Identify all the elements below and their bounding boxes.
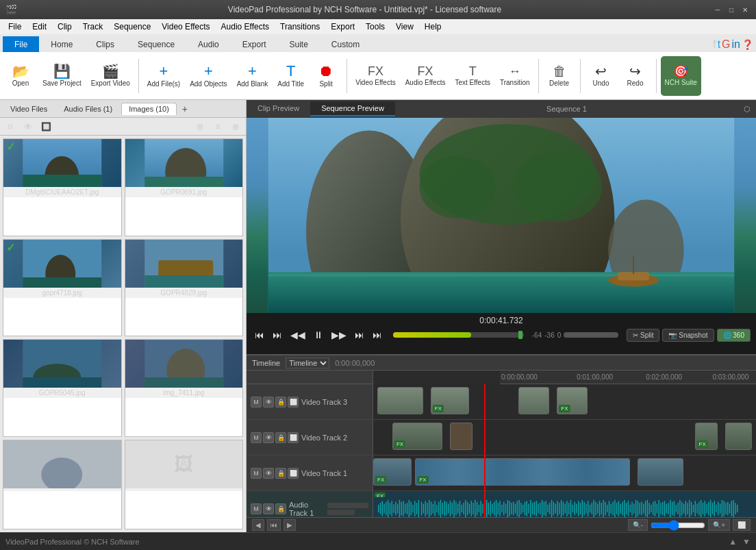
menu-track[interactable]: Track [77,21,109,33]
waveform-at1[interactable]: FX // Generate waveform bars [373,491,756,517]
thumb-item-1[interactable]: ✓ DMgt6CiUEAAO2ET.jpg [3,138,122,236]
track-lock-vt3[interactable]: 🔒 [275,397,286,408]
thumb-item-2[interactable]: GOPR0691.jpg [125,138,244,236]
minimize-button[interactable]: ─ [712,4,723,15]
close-button[interactable]: ✕ [740,4,751,15]
status-icon-2[interactable]: ▼ [742,537,751,547]
tab-clip-preview[interactable]: Clip Preview [247,101,310,116]
view-small-btn[interactable]: ⊞ [192,120,207,134]
tab-suite[interactable]: Suite [277,36,319,52]
view-detail-btn[interactable]: ≣ [228,120,243,134]
nch-suite-button[interactable]: 🎯 NCH Suite [661,56,701,96]
menu-tools[interactable]: Tools [360,21,390,33]
clip-vt2-3[interactable]: FX [695,423,718,450]
clip-vt3-2[interactable]: FX [431,387,469,414]
add-objects-button[interactable]: + Add Objects [186,56,231,96]
menu-audio-effects[interactable]: Audio Effects [216,21,275,33]
clip-vt3-3[interactable] [518,387,549,414]
track-solo-vt1[interactable]: 👁 [263,468,274,479]
split-button[interactable]: ✂ Split [627,329,659,342]
left-tool-3[interactable]: 🔲 [38,120,53,134]
track-lock-vt2[interactable]: 🔒 [275,432,286,443]
menu-transitions[interactable]: Transitions [275,21,325,33]
save-project-button[interactable]: 💾 Save Project [38,56,86,96]
thumb-item-7[interactable] [3,440,122,530]
audio-effects-button[interactable]: FX Audio Effects [401,56,450,96]
scroll-left-btn[interactable]: ◀ [252,519,264,531]
zoom-out-btn[interactable]: 🔍- [628,519,648,531]
maximize-button[interactable]: □ [726,4,737,15]
track-solo-vt3[interactable]: 👁 [263,397,274,408]
undo-button[interactable]: ↩ Undo [585,56,618,96]
delete-button[interactable]: 🗑 Delete [543,56,576,96]
add-blank-button[interactable]: + Add Blank [233,56,273,96]
status-icon-1[interactable]: ▲ [729,537,737,547]
tab-sequence[interactable]: Sequence [126,36,186,52]
clip-vt1-long[interactable]: FX [415,458,629,486]
clip-vt2-1[interactable]: FX [392,423,442,450]
tab-file[interactable]: File [3,36,39,52]
clip-vt1-1[interactable]: FX [373,458,412,486]
thumb-item-8[interactable]: 🖼 [125,440,244,530]
clip-vt1-2[interactable] [638,458,683,486]
menu-help[interactable]: Help [419,21,447,33]
track-lock-at1[interactable]: 🔒 [275,503,286,514]
clip-vt2-2[interactable] [450,423,473,450]
track-content-vt2[interactable]: FX FX [373,420,756,455]
menu-edit[interactable]: Edit [27,21,52,33]
thumb-item-5[interactable]: GOPR5045.jpg [3,339,122,437]
tab-images[interactable]: Images (10) [121,103,177,115]
timeline-dropdown[interactable]: Timeline [286,358,329,368]
track-mute-at1[interactable]: M [251,503,262,514]
progress-bar[interactable] [393,332,524,338]
tab-custom[interactable]: Custom [320,36,371,52]
clip-vt3-4[interactable]: FX [557,387,588,414]
left-tool-2[interactable]: 👁 [21,120,36,134]
track-mute-vt3[interactable]: M [251,397,262,408]
add-tab-button[interactable]: + [178,102,192,116]
menu-video-effects[interactable]: Video Effects [156,21,215,33]
pause-button[interactable]: ⏸ [311,328,326,342]
text-effects-button[interactable]: T Text Effects [451,56,494,96]
tab-home[interactable]: Home [39,36,84,52]
tab-sequence-preview[interactable]: Sequence Preview [310,101,395,116]
play-button[interactable]: ▶▶ [329,328,349,342]
tab-audio-files[interactable]: Audio Files (1) [56,103,120,115]
track-fx-vt1[interactable]: ⬜ [288,468,299,479]
record-button[interactable]: ⏺ Split [310,56,342,96]
scroll-start-btn[interactable]: ⏮ [267,519,281,531]
social-fb-icon[interactable]: f [713,38,716,51]
tab-clips[interactable]: Clips [84,36,126,52]
video-effects-button[interactable]: FX Video Effects [351,56,400,96]
tab-audio[interactable]: Audio [186,36,231,52]
volume-slider-at1[interactable] [327,503,368,508]
track-mute-vt1[interactable]: M [251,468,262,479]
social-tw-icon[interactable]: t [718,38,720,51]
menu-sequence[interactable]: Sequence [108,21,156,33]
track-mute-vt2[interactable]: M [251,432,262,443]
prev-frame-button[interactable]: ⏭ [270,328,285,342]
next-frame-button[interactable]: ⏭ [352,328,367,342]
view-list-btn[interactable]: ≡ [210,120,225,134]
menu-export[interactable]: Export [325,21,360,33]
tab-export[interactable]: Export [231,36,278,52]
thumb-item-4[interactable]: GOPR4829.jpg [125,239,244,337]
track-content-vt3[interactable]: FX FX [373,384,756,419]
add-files-button[interactable]: + Add File(s) [143,56,184,96]
open-button[interactable]: 📂 Open [4,56,37,96]
social-li-icon[interactable]: in [732,38,740,51]
track-solo-at1[interactable]: 👁 [263,503,274,514]
scroll-right-btn[interactable]: ▶ [284,519,296,531]
pan-slider-at1[interactable] [327,510,355,515]
menu-file[interactable]: File [3,21,27,33]
help-icon[interactable]: ❓ [742,39,753,50]
rewind-button[interactable]: ◀◀ [288,328,308,342]
zoom-in-btn[interactable]: 🔍+ [708,519,730,531]
add-title-button[interactable]: T Add Title [273,56,308,96]
export-video-button[interactable]: 🎬 Export Video [87,56,134,96]
skip-end-button[interactable]: ⏭ [370,328,385,342]
menu-clip[interactable]: Clip [52,21,77,33]
track-content-vt1[interactable]: FX FX [373,455,756,490]
clip-vt3-1[interactable] [377,387,423,414]
skip-start-button[interactable]: ⏮ [252,328,267,342]
